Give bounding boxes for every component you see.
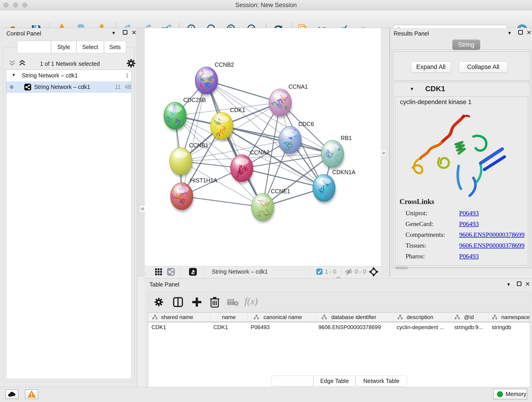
table-row[interactable]: CDK1 CDK1 P06493 9606.ENSP00000378699 cy…	[148, 323, 530, 332]
node-CCNB2[interactable]: CCNB2	[195, 61, 234, 96]
tab-edge-table[interactable]: Edge Table	[313, 376, 355, 386]
results-list-box: ▼ CDK1 cyclin-dependent kinase 1	[393, 82, 530, 268]
crosslink-label: Tissues:	[405, 242, 426, 249]
fit-content-crosshair-icon[interactable]	[369, 267, 379, 277]
network-collection-row[interactable]: ▼ String Network – cdk1 1	[6, 70, 131, 81]
tab-network-table[interactable]: Network Table	[355, 376, 407, 386]
right-splitter-handle[interactable]	[381, 150, 386, 156]
control-panel-close-icon[interactable]: ✕	[132, 30, 137, 36]
hidden-counts: 0 - 0	[355, 268, 366, 275]
node-CDKN1A[interactable]: CDKN1A	[313, 169, 355, 204]
node-label-RB1: RB1	[341, 135, 352, 141]
column-type-icon	[152, 314, 158, 320]
column-header-description[interactable]: description	[393, 313, 451, 322]
column-label: canonical name	[264, 314, 302, 320]
column-header-shared-name[interactable]: shared name	[148, 313, 210, 322]
table-panel-float-icon[interactable]	[517, 281, 521, 286]
crosslink-link[interactable]: P06493	[459, 253, 479, 260]
node-RB1[interactable]: RB1	[321, 135, 352, 170]
crosslink-link[interactable]: 9606.ENSP00000378699	[459, 231, 525, 238]
network-canvas[interactable]: CCNB2CCNA1CDC25BCDK1CDC6RB1CCNB1CCNA2CDK…	[145, 28, 381, 266]
expand-all-icon[interactable]	[18, 60, 26, 66]
collapse-all-button[interactable]: Collapse All	[459, 61, 507, 73]
network-graph[interactable]: CCNB2CCNA1CDC25BCDK1CDC6RB1CCNB1CCNA2CDK…	[145, 28, 381, 266]
selected-counts: 1 - 0	[325, 268, 336, 275]
network-collection-count: 1	[120, 72, 129, 79]
column-header-canonical-name[interactable]: canonical name	[247, 313, 315, 322]
network-tree: ▼ String Network – cdk1 1 String Network…	[6, 70, 132, 379]
memory-status-dot	[497, 391, 503, 397]
crosslink-link[interactable]: P06493	[459, 220, 479, 228]
selected-checkbox-icon[interactable]	[316, 268, 323, 275]
crosslink-link-label: P06493	[459, 220, 479, 227]
delete-column-trash-icon[interactable]	[210, 297, 220, 307]
collapse-all-label: Collapse All	[467, 64, 499, 70]
tree-expander-icon[interactable]: ▼	[12, 73, 16, 77]
results-panel-close-icon[interactable]: ✕	[526, 30, 532, 36]
left-splitter-handle[interactable]	[140, 206, 145, 212]
control-panel-float-icon[interactable]	[123, 30, 127, 35]
tab-network-table-label: Network Table	[363, 378, 399, 384]
hidden-eye-icon[interactable]	[345, 268, 353, 276]
column-header-database-identifier[interactable]: database identifier	[315, 313, 393, 322]
window-title: Session: New Session	[0, 2, 532, 9]
column-header-name[interactable]: name	[210, 313, 247, 322]
node-label-HIST1H1A: HIST1H1A	[190, 177, 217, 184]
tab-select[interactable]: Select	[76, 41, 104, 53]
tab-sets[interactable]: Sets	[104, 41, 126, 53]
cloud-icon	[8, 391, 16, 397]
memory-button[interactable]: Memory	[493, 389, 527, 400]
tab-style[interactable]: Style	[51, 41, 76, 53]
node-label-CCNE1: CCNE1	[271, 188, 290, 194]
right-splitter[interactable]	[381, 28, 389, 277]
grid-mode-icon[interactable]	[155, 268, 162, 275]
results-hscrollbar[interactable]	[395, 267, 408, 269]
delete-table-icon	[227, 298, 239, 306]
tab-string-label: String	[458, 41, 475, 48]
tab-node-table-label: Node Table	[278, 378, 307, 384]
crosslink-link[interactable]: 9606.ENSP00000378699	[459, 242, 525, 249]
gear-icon[interactable]	[127, 59, 136, 68]
network-view-icon[interactable]	[167, 268, 175, 276]
results-buttons-box: Expand All Collapse All	[393, 51, 530, 81]
cloud-status-button[interactable]	[5, 389, 19, 399]
tab-node-table[interactable]: Node Table	[271, 376, 313, 386]
table-panel-close-icon[interactable]: ✕	[525, 281, 530, 287]
node-HIST1H1A[interactable]: HIST1H1A	[171, 177, 217, 212]
collapse-all-icon[interactable]	[8, 60, 16, 66]
add-column-icon[interactable]	[192, 297, 202, 307]
column-type-icon	[253, 314, 259, 320]
expand-all-label: Expand All	[416, 64, 446, 70]
results-panel-float-icon[interactable]	[518, 30, 523, 35]
table-header-row: shared name name canonical name database…	[148, 313, 530, 322]
results-panel: Results Panel ▼ ✕ String Expand All Coll…	[389, 28, 532, 277]
tab-string[interactable]: String	[452, 39, 480, 50]
table-panel-menu-caret[interactable]: ▼	[506, 282, 511, 287]
control-panel-menu-caret[interactable]: ▼	[111, 31, 116, 35]
gene-description: cyclin-dependent kinase 1	[400, 99, 472, 106]
warning-status-button[interactable]	[25, 389, 38, 399]
results-panel-title: Results Panel	[394, 30, 429, 37]
table-panel-title: Table Panel	[149, 281, 179, 288]
birds-eye-toggle-icon[interactable]	[189, 268, 197, 276]
node-label-CDKN1A: CDKN1A	[332, 169, 355, 175]
node-label-CDC25B: CDC25B	[183, 97, 206, 103]
crosslink-label: Compartments:	[405, 231, 445, 238]
expand-all-button[interactable]: Expand All	[411, 61, 451, 73]
column-header-id[interactable]: @id	[451, 313, 488, 322]
tab-network[interactable]: Network	[17, 41, 51, 53]
table-gear-icon[interactable]	[154, 298, 163, 307]
results-panel-menu-caret[interactable]: ▼	[507, 31, 512, 35]
network-row-selected[interactable]: String Network – cdk1 11 48	[6, 81, 131, 93]
cell-description: cyclin-dependent ...	[397, 323, 450, 332]
left-splitter[interactable]	[137, 28, 145, 277]
node-CCNA1[interactable]: CCNA1	[269, 83, 308, 118]
gene-name: CDK1	[425, 85, 445, 93]
gene-expander-icon[interactable]: ▼	[410, 86, 414, 92]
gene-detail-box: cyclin-dependent kinase 1	[395, 96, 528, 266]
node-CCNE1[interactable]: CCNE1	[251, 188, 290, 223]
crosslink-link[interactable]: P06493	[459, 210, 479, 217]
show-columns-icon[interactable]	[173, 297, 183, 307]
column-header-namespace[interactable]: namespace	[488, 313, 530, 322]
crosslink-link-label: P06493	[459, 210, 479, 217]
